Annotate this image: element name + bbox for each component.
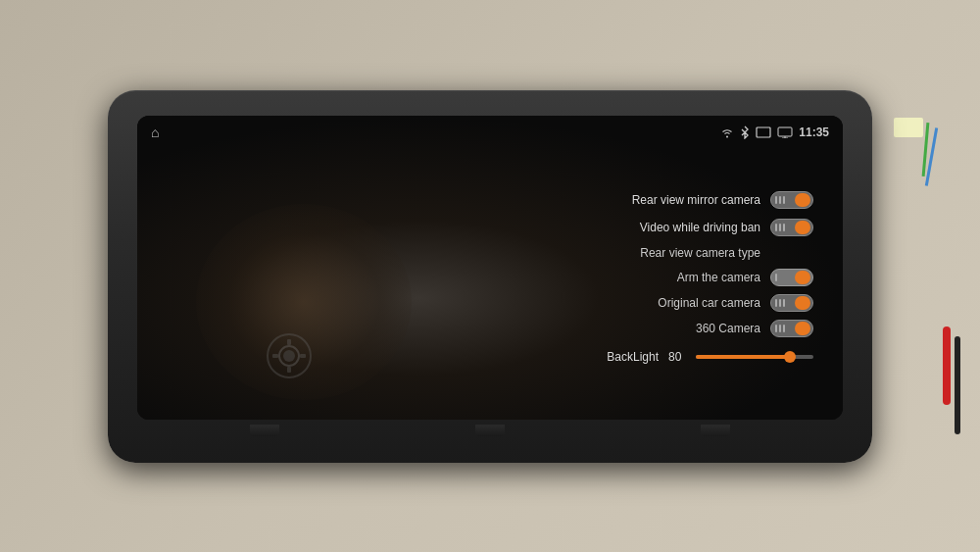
toggle-mark: [779, 299, 781, 307]
toggle-mark: [775, 274, 777, 281]
toggle-mark: [779, 224, 781, 231]
gear-icon: [265, 331, 314, 380]
backlight-thumb: [784, 351, 796, 363]
bluetooth-icon: [740, 125, 750, 139]
rear-view-camera-type-row: Rear view camera type: [519, 243, 813, 263]
rear-view-camera-type-label: Rear view camera type: [519, 246, 760, 260]
arm-the-camera-toggle[interactable]: [770, 269, 813, 286]
toggle-mark: [775, 224, 777, 231]
svg-rect-7: [778, 127, 792, 136]
video-while-driving-ban-toggle[interactable]: [770, 219, 813, 236]
toggle-mark: [783, 196, 785, 204]
svg-rect-5: [300, 354, 306, 358]
rear-view-mirror-camera-toggle[interactable]: [770, 191, 813, 209]
video-while-driving-ban-label: Video while driving ban: [519, 221, 760, 234]
monitor-icon: [777, 126, 793, 138]
video-while-driving-ban-row: Video while driving ban: [519, 216, 813, 239]
status-bar: ⌂: [137, 122, 843, 143]
original-car-camera-label: Original car camera: [539, 296, 760, 310]
wire-red: [943, 326, 951, 405]
backlight-row: BackLight 80: [519, 347, 813, 367]
screen: ⌂: [137, 116, 843, 420]
display-icon: [756, 126, 771, 138]
wire-black: [955, 336, 960, 434]
backlight-label: BackLight: [519, 350, 659, 364]
360-camera-toggle[interactable]: [770, 320, 813, 337]
settings-panel: Rear view mirror camera Video wh: [519, 145, 813, 410]
status-time: 11:35: [799, 125, 829, 139]
wifi-icon: [720, 126, 734, 138]
backlight-fill: [696, 355, 790, 359]
toggle-knob: [795, 221, 810, 234]
toggle-knob: [795, 193, 810, 207]
toggle-knob: [795, 322, 810, 335]
360-camera-row: 360 Camera: [519, 318, 813, 339]
svg-rect-3: [287, 367, 291, 373]
page-background: ⌂: [0, 0, 980, 552]
status-left: ⌂: [151, 125, 159, 140]
svg-rect-4: [272, 354, 278, 358]
toggle-mark: [779, 325, 781, 332]
original-car-camera-toggle[interactable]: [770, 294, 813, 312]
toggle-mark: [783, 299, 785, 307]
toggle-mark: [779, 196, 781, 204]
home-icon[interactable]: ⌂: [151, 125, 159, 140]
arm-the-camera-label: Arm the camera: [539, 271, 760, 284]
unit-feet: [250, 425, 730, 436]
foot-right: [701, 425, 730, 436]
backlight-slider[interactable]: [696, 355, 813, 359]
svg-rect-6: [757, 127, 770, 137]
foot-left: [250, 425, 279, 436]
toggle-mark: [783, 224, 785, 231]
foot-center: [475, 425, 505, 436]
360-camera-label: 360 Camera: [539, 322, 760, 335]
toggle-knob: [795, 271, 810, 284]
arm-the-camera-row: Arm the camera: [519, 267, 813, 288]
toggle-mark: [775, 196, 777, 204]
toggle-mark: [775, 299, 777, 307]
svg-point-1: [283, 350, 295, 362]
toggle-mark: [775, 325, 777, 332]
connector-box: [894, 118, 923, 137]
svg-rect-2: [287, 339, 291, 345]
status-right: 11:35: [720, 125, 829, 139]
toggle-knob: [795, 296, 810, 310]
rear-view-mirror-camera-label: Rear view mirror camera: [519, 193, 760, 207]
toggle-mark: [783, 325, 785, 332]
screen-bezel: ⌂: [137, 116, 843, 420]
original-car-camera-row: Original car camera: [519, 292, 813, 314]
backlight-value: 80: [668, 350, 690, 364]
car-unit: ⌂: [108, 90, 872, 463]
rear-view-mirror-camera-row: Rear view mirror camera: [519, 188, 813, 212]
backlight-control: 80: [668, 350, 813, 364]
